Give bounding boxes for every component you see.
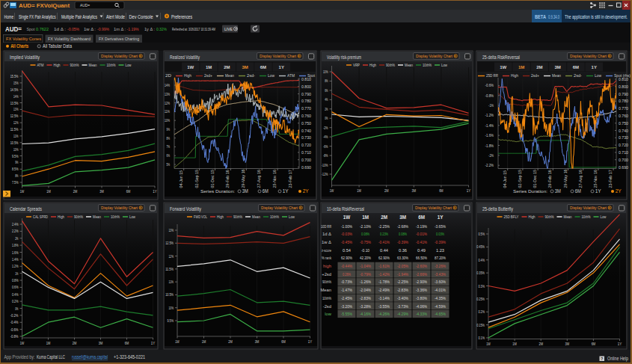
svg-text:3M: 3M	[255, 339, 260, 344]
svg-text:1.4%: 1.4%	[12, 256, 19, 262]
svg-text:Volatility risk-premium: Volatility risk-premium	[327, 55, 361, 61]
svg-text:0%: 0%	[15, 306, 19, 311]
svg-text:0%: 0%	[325, 115, 328, 120]
svg-text:15%: 15%	[13, 80, 19, 85]
svg-text:8%: 8%	[325, 78, 328, 83]
svg-text:High: High	[511, 74, 518, 78]
svg-text:1d Δ: 1d Δ	[322, 232, 331, 236]
svg-text:1W: 1W	[187, 65, 194, 70]
svg-text:-0.05%: -0.05%	[67, 26, 79, 31]
svg-text:0.03%: 0.03%	[436, 231, 444, 236]
svg-text:3M: 3M	[412, 188, 417, 193]
svg-text:6M: 6M	[126, 188, 131, 194]
svg-text:The application is still in de: The application is still in development.	[565, 14, 628, 20]
svg-text:-0.6%: -0.6%	[485, 83, 494, 87]
svg-text:0.810: 0.810	[619, 77, 629, 81]
svg-text:Mean: Mean	[252, 215, 260, 219]
svg-text:62.90%: 62.90%	[341, 255, 352, 260]
svg-text:-3.65%: -3.65%	[435, 223, 446, 229]
svg-text:z-score: z-score	[322, 248, 331, 253]
svg-text:2sd-: 2sd-	[574, 74, 582, 78]
svg-text:25D RR: 25D RR	[486, 74, 499, 78]
svg-text:% rank: % rank	[322, 256, 331, 260]
svg-text:VRP: VRP	[353, 63, 361, 67]
svg-text:42.20%: 42.20%	[360, 255, 371, 260]
svg-text:2sd+: 2sd+	[204, 74, 212, 78]
svg-text:0.750: 0.750	[619, 121, 629, 126]
svg-text:14.5%: 14.5%	[10, 87, 19, 92]
svg-text:1.23: 1.23	[436, 247, 445, 253]
svg-text:23-Feb 17: 23-Feb 17	[608, 170, 613, 188]
svg-text:-1.4%: -1.4%	[485, 123, 494, 128]
svg-text:-4%: -4%	[323, 134, 328, 139]
svg-text:Home: Home	[4, 14, 14, 19]
svg-text:04-Jun 15: 04-Jun 15	[179, 170, 183, 188]
svg-text:-4.06%: -4.06%	[416, 303, 427, 309]
svg-text:6%: 6%	[166, 153, 170, 158]
svg-text:8%: 8%	[166, 136, 170, 141]
svg-text:1M: 1M	[518, 65, 524, 70]
svg-text:-0.8%: -0.8%	[485, 93, 494, 98]
svg-text:25-Nov 16: 25-Nov 16	[272, 170, 277, 188]
svg-text:27-Aug 16: 27-Aug 16	[257, 170, 261, 188]
svg-text:6M: 6M	[263, 188, 269, 194]
svg-text:high: high	[323, 264, 331, 268]
svg-text:0.700: 0.700	[301, 158, 312, 162]
svg-text:90th%: 90th%	[545, 215, 554, 219]
svg-text:-0.99%: -0.99%	[97, 26, 109, 31]
svg-text:0.26%: 0.26%	[343, 271, 351, 277]
svg-text:AUD=: AUD=	[5, 25, 22, 33]
svg-text:-2.90%: -2.90%	[416, 279, 427, 284]
svg-text:1y Δ :: 1y Δ :	[144, 26, 155, 31]
svg-text:-2.25%: -2.25%	[397, 279, 408, 284]
svg-text:-1.19%: -1.19%	[127, 26, 139, 31]
svg-text:Display Volatility Chart: Display Volatility Chart	[101, 54, 138, 58]
svg-text:2%: 2%	[15, 235, 19, 241]
svg-text:0.790: 0.790	[301, 92, 312, 96]
svg-text:6M: 6M	[592, 341, 596, 346]
svg-text:-4.01%: -4.01%	[435, 287, 446, 292]
svg-text:-3.43%: -3.43%	[435, 271, 446, 277]
svg-text:13%: 13%	[165, 92, 170, 96]
svg-text:-3.26%: -3.26%	[435, 263, 446, 268]
svg-text:0.49: 0.49	[417, 247, 426, 253]
svg-text:11%: 11%	[13, 133, 19, 138]
svg-text:63.30%: 63.30%	[397, 255, 408, 260]
svg-text:-1.8%: -1.8%	[485, 144, 494, 148]
svg-text:04-Jun 15: 04-Jun 15	[503, 170, 507, 188]
svg-text:Display Volatility Chart: Display Volatility Chart	[261, 206, 298, 210]
svg-text:Multiple Pair Analytics: Multiple Pair Analytics	[61, 14, 97, 20]
svg-text:1W: 1W	[343, 215, 351, 220]
svg-text:15.5%: 15.5%	[10, 73, 19, 78]
svg-text:1.6%: 1.6%	[12, 250, 19, 255]
svg-text:6M: 6M	[439, 188, 444, 193]
svg-text:0.32%: 0.32%	[156, 26, 167, 31]
svg-text:90th%: 90th%	[233, 215, 242, 219]
svg-text:1M: 1M	[202, 339, 206, 344]
svg-text:0.700: 0.700	[619, 158, 629, 162]
svg-text:3M: 3M	[242, 188, 248, 194]
svg-text:-0.41%: -0.41%	[378, 239, 390, 244]
svg-text:6M: 6M	[573, 65, 579, 70]
svg-text:-4.29%: -4.29%	[397, 311, 408, 316]
svg-text:11.5%: 11.5%	[10, 126, 19, 132]
svg-text:Mean: Mean	[93, 215, 101, 219]
svg-text:Low: Low	[129, 215, 135, 219]
svg-text:-3.20%: -3.20%	[341, 303, 352, 309]
svg-text:10th%: 10th%	[270, 215, 279, 219]
svg-text:0.810: 0.810	[301, 77, 312, 81]
svg-text:90th%: 90th%	[74, 215, 83, 219]
svg-text:10.5%: 10.5%	[10, 140, 19, 145]
svg-text:0.760: 0.760	[301, 114, 312, 118]
svg-text:1.2%: 1.2%	[12, 263, 19, 268]
svg-text:0.740: 0.740	[301, 129, 312, 133]
svg-text:-0.2%: -0.2%	[10, 312, 19, 318]
svg-text:2D: 2D	[165, 74, 172, 78]
svg-text:11%: 11%	[169, 279, 174, 284]
svg-text:ATM: ATM	[37, 63, 44, 67]
svg-text:-0.39%: -0.39%	[397, 239, 408, 244]
svg-text:AUD= FXVolQuant: AUD= FXVolQuant	[19, 3, 70, 9]
svg-text:High: High	[58, 215, 64, 219]
svg-text:-2%: -2%	[488, 153, 494, 158]
svg-text:App Provided by:: App Provided by:	[4, 354, 35, 360]
